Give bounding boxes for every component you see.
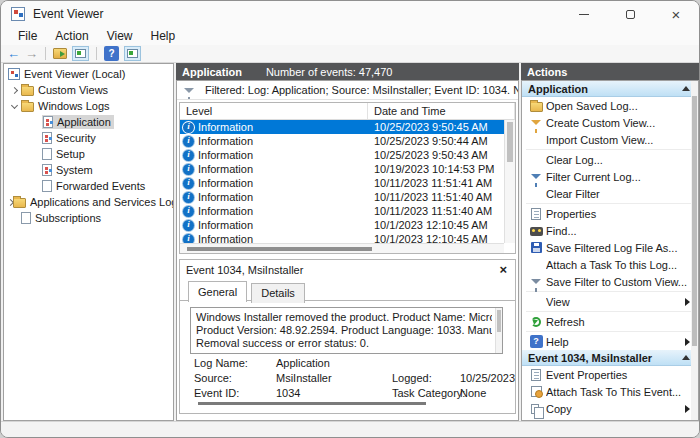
description-line: Product Version: 48.92.2594. Product Lan… <box>196 324 492 337</box>
scrollbar-thumb[interactable] <box>187 247 372 251</box>
tree-item-event-viewer-local[interactable]: Event Viewer (Local) <box>4 66 173 82</box>
description-line: Removal success or error status: 0. <box>196 337 492 350</box>
information-icon <box>183 136 194 147</box>
help-icon[interactable]: ? <box>104 46 119 61</box>
actions-title-bar: Actions <box>521 63 699 80</box>
chevron-right-icon[interactable] <box>11 86 18 93</box>
event-list: Level Date and Time Information 10/25/20… <box>179 102 516 254</box>
chevron-down-icon[interactable] <box>11 101 18 108</box>
action-attach-task-to-this-event[interactable]: Attach Task To This Event... <box>522 383 698 400</box>
tree-item-custom-views[interactable]: Custom Views <box>4 82 173 98</box>
save-icon <box>531 242 542 253</box>
logged-label: Logged: <box>392 372 432 384</box>
event-list-horizontal-scrollbar[interactable] <box>180 243 504 253</box>
detail-header: Event 1034, MsiInstaller <box>180 260 515 279</box>
scrollbar-thumb[interactable] <box>497 310 501 332</box>
folder-icon <box>13 198 26 208</box>
menubar: File Action View Help <box>1 27 699 45</box>
tab-general[interactable]: General <box>188 281 247 302</box>
description-line: Windows Installer removed the product. P… <box>196 311 492 324</box>
tree-item-system[interactable]: System <box>4 162 173 178</box>
close-icon <box>672 7 681 22</box>
event-row[interactable]: Information 10/25/2023 9:50:44 AM <box>180 134 504 148</box>
export-icon[interactable] <box>53 48 67 59</box>
separator <box>526 291 694 292</box>
action-help[interactable]: Help <box>522 333 698 350</box>
event-row[interactable]: Information 10/1/2023 12:10:45 AM <box>180 218 504 232</box>
scrollbar-thumb[interactable] <box>692 96 697 346</box>
column-header-level[interactable]: Level <box>180 103 368 119</box>
funnel-icon <box>184 88 194 93</box>
show-action-pane-button[interactable] <box>124 46 141 61</box>
tab-details[interactable]: Details <box>251 283 305 303</box>
actions-section-application[interactable]: Application <box>522 81 698 97</box>
menu-action[interactable]: Action <box>46 27 97 45</box>
event-row[interactable]: Information 10/25/2023 9:50:43 AM <box>180 148 504 162</box>
tree-item-applications-and-services-logs[interactable]: Applications and Services Logs <box>4 194 173 210</box>
log-icon <box>42 132 52 144</box>
show-console-tree-button[interactable] <box>72 46 89 61</box>
submenu-arrow-icon <box>685 298 690 306</box>
forward-icon[interactable]: → <box>25 47 38 60</box>
action-view[interactable]: View <box>522 293 698 310</box>
action-copy[interactable]: Copy <box>522 400 698 417</box>
action-save-filter-to-custom-view[interactable]: Save Filter to Custom View... <box>522 273 698 290</box>
event-fields: Log Name: Application Source: MsiInstall… <box>180 357 515 405</box>
collapse-icon[interactable] <box>682 355 690 360</box>
task-icon <box>531 386 542 397</box>
description-scrollbar[interactable] <box>495 308 502 353</box>
event-row[interactable]: Information 10/19/2023 10:14:53 PM <box>180 162 504 176</box>
action-open-saved-log[interactable]: Open Saved Log... <box>522 97 698 114</box>
information-icon <box>183 220 194 231</box>
submenu-arrow-icon <box>685 338 690 346</box>
event-row[interactable]: Information 10/11/2023 11:51:41 AM <box>180 176 504 190</box>
tree-item-windows-logs[interactable]: Windows Logs <box>4 98 173 114</box>
detail-horizontal-scrollbar[interactable] <box>198 402 426 405</box>
titlebar: Event Viewer <box>1 1 699 27</box>
close-button[interactable] <box>653 1 699 27</box>
logged-value: 10/25/2023 9:50:45 AM <box>460 372 515 384</box>
menu-file[interactable]: File <box>9 27 46 45</box>
action-save-filtered-log-file-as[interactable]: Save Filtered Log File As... <box>522 239 698 256</box>
source-label: Source: <box>194 372 232 384</box>
source-value: MsiInstaller <box>276 372 332 384</box>
find-icon <box>530 227 543 236</box>
action-event-properties[interactable]: Event Properties <box>522 366 698 383</box>
actions-vertical-scrollbar[interactable] <box>691 81 698 420</box>
detail-close-button[interactable] <box>499 263 507 276</box>
tree-item-application[interactable]: Application <box>4 114 173 130</box>
event-row[interactable]: Information 10/11/2023 11:51:40 AM <box>180 204 504 218</box>
tree-item-security[interactable]: Security <box>4 130 173 146</box>
action-create-custom-view[interactable]: Create Custom View... <box>522 114 698 131</box>
scrollbar-thumb[interactable] <box>507 122 513 162</box>
event-row[interactable]: Information 10/11/2023 11:51:40 AM <box>180 190 504 204</box>
action-filter-current-log[interactable]: Filter Current Log... <box>522 168 698 185</box>
actions-section-event-1034[interactable]: Event 1034, MsiInstaller <box>522 350 698 366</box>
collapse-icon[interactable] <box>682 86 690 91</box>
menu-view[interactable]: View <box>98 27 142 45</box>
event-row[interactable]: Information 10/1/2023 12:10:45 AM <box>180 232 504 243</box>
detail-tabs: General Details <box>180 279 515 301</box>
tree-item-setup[interactable]: Setup <box>4 146 173 162</box>
action-refresh[interactable]: Refresh <box>522 313 698 330</box>
filter-status-bar: Filtered: Log: Application; Source: MsiI… <box>177 81 518 100</box>
minimize-button[interactable] <box>561 1 607 27</box>
event-row[interactable]: Information 10/25/2023 9:50:45 AM <box>180 120 504 134</box>
action-find[interactable]: Find... <box>522 222 698 239</box>
action-properties[interactable]: Properties <box>522 205 698 222</box>
column-header-date-and-time[interactable]: Date and Time <box>368 103 515 119</box>
action-attach-a-task-to-this-log[interactable]: Attach a Task To this Log... <box>522 256 698 273</box>
help-icon <box>530 335 543 348</box>
event-list-vertical-scrollbar[interactable] <box>504 120 515 243</box>
folder-icon <box>21 102 34 112</box>
action-clear-log[interactable]: Clear Log... <box>522 151 698 168</box>
menu-help[interactable]: Help <box>142 27 185 45</box>
tree-item-subscriptions[interactable]: Subscriptions <box>4 210 173 226</box>
action-import-custom-view[interactable]: Import Custom View... <box>522 131 698 148</box>
separator <box>526 311 694 312</box>
tree-item-forwarded-events[interactable]: Forwarded Events <box>4 178 173 194</box>
back-icon[interactable]: ← <box>7 47 20 60</box>
maximize-button[interactable] <box>607 1 653 27</box>
minimize-icon <box>579 14 589 15</box>
action-clear-filter[interactable]: Clear Filter <box>522 185 698 202</box>
